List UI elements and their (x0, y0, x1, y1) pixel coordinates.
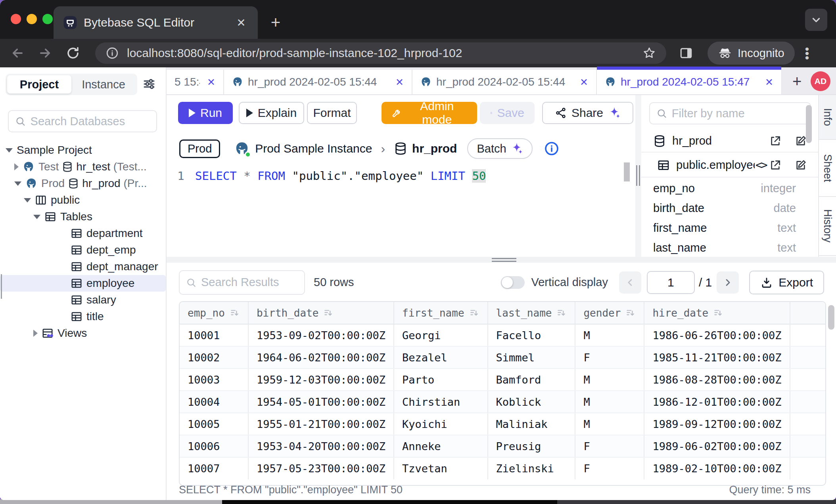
tab-instance[interactable]: Instance (71, 75, 136, 94)
url-bar[interactable]: localhost:8080/sql-editor/prod-sample-in… (95, 42, 666, 64)
column-header-birth_date[interactable]: birth_date (248, 302, 394, 324)
column-header-last_name[interactable]: last_name (488, 302, 575, 324)
caret-down-icon[interactable] (14, 181, 21, 186)
tab-close-icon[interactable]: ✕ (580, 76, 588, 88)
maximize-window-button[interactable] (42, 14, 53, 24)
browser-tab-close-icon[interactable]: ✕ (234, 15, 248, 30)
tree-item-employee[interactable]: employee (0, 275, 166, 292)
close-window-button[interactable] (11, 14, 21, 24)
new-tab-button[interactable]: + (265, 12, 286, 33)
results-search[interactable] (179, 270, 305, 295)
column-header-emp_no[interactable]: emp_no (180, 302, 248, 324)
tab-close-icon[interactable]: ✕ (765, 76, 773, 88)
editor-tab-1[interactable]: 5 15:44✕ (167, 70, 224, 94)
caret-down-icon[interactable] (6, 148, 13, 153)
filter-sliders-icon[interactable] (142, 77, 156, 91)
tree-item-dept_emp[interactable]: dept_emp (0, 242, 166, 258)
tree-item-salary[interactable]: salary (0, 292, 166, 308)
side-panel-icon[interactable] (679, 46, 693, 60)
sort-icon[interactable] (625, 308, 636, 318)
sort-icon[interactable] (230, 308, 240, 318)
schema-database-row[interactable]: hr_prod (641, 130, 818, 153)
schema-filter[interactable] (649, 102, 811, 124)
column-list-scrollbar-thumb[interactable] (806, 105, 812, 143)
tree-item-Sample Project[interactable]: Sample Project (0, 142, 166, 158)
vertical-display-toggle[interactable] (501, 276, 525, 289)
bookmark-star-icon[interactable] (642, 46, 656, 60)
minimize-window-button[interactable] (27, 14, 37, 24)
forward-button[interactable] (36, 44, 54, 62)
tab-close-icon[interactable]: ✕ (395, 76, 404, 88)
explain-button[interactable]: Explain (239, 102, 304, 124)
column-row-first_name[interactable]: first_nametext (641, 218, 818, 238)
next-page-button[interactable] (717, 271, 739, 294)
column-header-gender[interactable]: gender (575, 302, 644, 324)
editor-tab-4[interactable]: hr_prod 2024-02-05 15:47✕ (597, 70, 782, 94)
tree-item-public[interactable]: public (0, 192, 166, 208)
code-glyph-icon[interactable]: <> (755, 158, 767, 172)
tree-item-Tables[interactable]: Tables (0, 208, 166, 225)
format-button[interactable]: Format (307, 102, 357, 124)
results-scrollbar-thumb[interactable] (828, 305, 834, 330)
browser-menu-button[interactable]: ••• (805, 47, 809, 60)
batch-button[interactable]: Batch (467, 138, 532, 159)
sidebar-resize-handle[interactable] (0, 274, 3, 299)
sql-code-editor[interactable]: 1 SELECT * FROM "public"."employee" LIMI… (167, 166, 635, 186)
caret-right-icon[interactable] (14, 163, 19, 170)
sort-icon[interactable] (323, 308, 334, 318)
sort-icon[interactable] (469, 308, 479, 318)
schema-table-row[interactable]: public.employee <> (641, 153, 818, 178)
caret-down-icon[interactable] (24, 198, 31, 202)
breadcrumb-instance[interactable]: Prod Sample Instance (255, 142, 372, 155)
open-external-icon[interactable] (769, 135, 782, 147)
save-button[interactable]: Save (480, 102, 535, 124)
prev-page-button[interactable] (619, 271, 641, 294)
open-external-icon[interactable] (769, 159, 782, 172)
tab-close-icon[interactable]: ✕ (207, 76, 215, 88)
export-button[interactable]: Export (749, 271, 824, 294)
user-avatar[interactable]: AD (811, 71, 830, 91)
tree-item-Views[interactable]: Views (0, 325, 166, 342)
ai-sparkle-icon[interactable] (608, 107, 621, 119)
tree-item-dept_manager[interactable]: dept_manager (0, 258, 166, 275)
breadcrumb-database[interactable]: hr_prod (412, 142, 457, 155)
run-button[interactable]: Run (178, 102, 233, 124)
side-tab-history[interactable]: History (819, 197, 836, 256)
results-search-input[interactable] (201, 276, 298, 289)
schema-filter-input[interactable] (672, 107, 804, 120)
tab-search-button[interactable] (805, 9, 827, 31)
caret-right-icon[interactable] (33, 330, 38, 337)
edit-pencil-icon[interactable] (794, 159, 807, 172)
caret-down-icon[interactable] (33, 215, 40, 219)
column-row-last_name[interactable]: last_nametext (641, 238, 818, 257)
column-row-emp_no[interactable]: emp_nointeger (641, 178, 818, 198)
back-button[interactable] (9, 44, 26, 62)
tree-item-hr_prod[interactable]: Prodhr_prod (Pr... (0, 175, 166, 192)
sort-icon[interactable] (713, 308, 723, 318)
side-tab-sheet[interactable]: Sheet (819, 140, 836, 197)
share-button[interactable]: Share (542, 102, 633, 124)
browser-tab[interactable]: Bytebase SQL Editor ✕ (54, 6, 258, 39)
edit-pencil-icon[interactable] (794, 135, 807, 147)
info-circle-icon[interactable] (544, 141, 560, 157)
reload-button[interactable] (64, 44, 82, 62)
tree-item-hr_test[interactable]: Testhr_test (Test... (0, 158, 166, 175)
page-number-input[interactable] (647, 271, 695, 294)
sort-icon[interactable] (556, 308, 567, 318)
site-info-icon[interactable] (105, 46, 119, 60)
side-tab-info[interactable]: Info (819, 95, 836, 140)
database-search[interactable] (8, 110, 157, 132)
editor-tab-2[interactable]: hr_prod 2024-02-05 15:44✕ (224, 70, 412, 94)
new-query-tab-button[interactable]: + (792, 73, 801, 90)
column-header-hire_date[interactable]: hire_date (644, 302, 790, 324)
admin-mode-button[interactable]: Admin mode (382, 102, 477, 124)
column-header-first_name[interactable]: first_name (394, 302, 488, 324)
database-search-input[interactable] (31, 115, 150, 128)
panel-resize-handle[interactable] (636, 165, 640, 186)
tree-item-department[interactable]: department (0, 225, 166, 242)
splitter-drag-handle[interactable] (492, 258, 516, 262)
tree-item-title[interactable]: title (0, 308, 166, 325)
tab-project[interactable]: Project (7, 75, 71, 94)
editor-scrollbar-thumb[interactable] (624, 162, 630, 181)
column-row-birth_date[interactable]: birth_datedate (641, 198, 818, 218)
